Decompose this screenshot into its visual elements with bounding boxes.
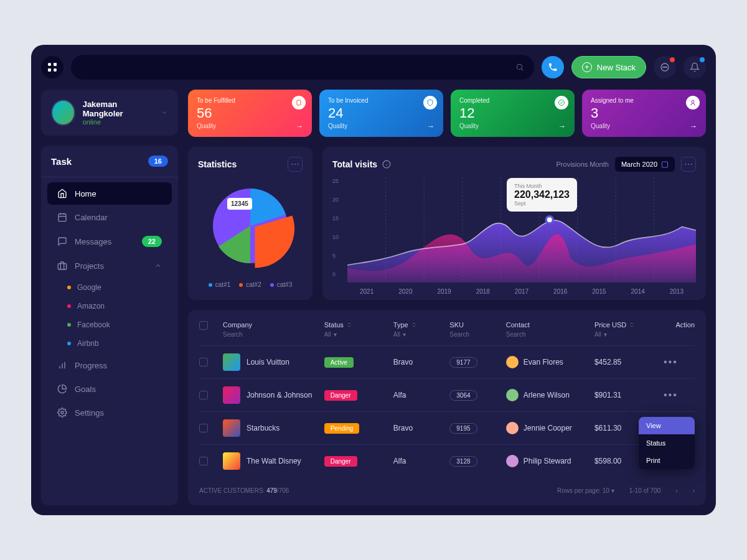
bar-chart-icon [57, 360, 67, 370]
company-cell: Starbucks [223, 419, 319, 437]
filter-status[interactable]: All ▾ [324, 331, 388, 338]
nav-title: Task [51, 156, 72, 167]
filter-contact[interactable]: Search [506, 331, 590, 338]
company-name: Johnson & Johnson [247, 391, 312, 399]
column-status[interactable]: Status [324, 321, 388, 329]
more-button[interactable]: ⋯ [288, 157, 303, 172]
sidebar-item-home[interactable]: Home [47, 182, 172, 205]
svg-point-4 [517, 64, 522, 69]
company-cell: Johnson & Johnson [223, 386, 319, 404]
svg-line-5 [521, 68, 523, 70]
column-type[interactable]: Type [393, 321, 445, 329]
pie-chart: 12345 [204, 179, 297, 273]
sub-item-google[interactable]: Google [67, 278, 178, 297]
active-customers-label: ACTIVE CUSTOMERS: 479/706 [199, 487, 289, 494]
app-container: + New Stack Jakeman Mangkoler online [31, 45, 716, 515]
table-header: Company Search Status All ▾ Type All ▾ S… [199, 321, 695, 345]
type-cell: Bravo [393, 424, 445, 432]
company-name: The Walt Disney [247, 457, 301, 465]
contact-avatar [506, 356, 519, 368]
pie-tooltip: 12345 [227, 198, 252, 210]
row-action-button[interactable]: ••• [664, 357, 695, 368]
company-thumb [223, 353, 240, 371]
metric-completed[interactable]: Completed 12 Quality → [451, 90, 575, 137]
sidebar-item-label: Home [75, 189, 96, 198]
metric-fulfilled[interactable]: To be Fulfilled 56 Quality → [188, 90, 312, 137]
contact-name: Jennie Cooper [524, 424, 572, 432]
svg-point-8 [664, 67, 665, 67]
menu-item-view[interactable]: View [639, 417, 695, 434]
prev-page-button[interactable]: ‹ [675, 487, 677, 494]
search-input[interactable] [71, 55, 534, 80]
filter-sku[interactable]: Search [449, 331, 501, 338]
sidebar-item-calendar[interactable]: Calendar [47, 206, 172, 228]
user-icon [686, 96, 700, 110]
profile-name: Jakeman Mangkoler [83, 100, 153, 118]
sidebar-item-label: Calendar [75, 213, 108, 222]
contact-avatar [506, 389, 519, 401]
filter-type[interactable]: All ▾ [393, 331, 445, 338]
metric-invoiced[interactable]: To be Invoiced 24 Quality → [319, 90, 443, 137]
info-icon[interactable] [382, 160, 391, 169]
column-price[interactable]: Price USD [594, 321, 659, 329]
row-checkbox[interactable] [199, 424, 208, 432]
sidebar-item-goals[interactable]: Goals [47, 378, 172, 400]
message-icon [57, 236, 67, 246]
row-action-button[interactable]: ••• [664, 390, 695, 401]
x-axis: 2021 2020 2019 2018 2017 2016 2015 2014 … [347, 288, 696, 295]
menu-item-print[interactable]: Print [639, 452, 695, 469]
row-checkbox[interactable] [199, 391, 208, 399]
phone-button[interactable] [542, 56, 564, 78]
sidebar-item-settings[interactable]: Settings [47, 401, 172, 424]
column-sku[interactable]: SKU [449, 321, 501, 329]
select-all-checkbox[interactable] [199, 321, 208, 330]
chat-button[interactable] [654, 56, 676, 78]
column-contact[interactable]: Contact [506, 321, 590, 329]
type-cell: Alfa [393, 391, 445, 399]
svg-rect-1 [54, 63, 57, 66]
sidebar-item-progress[interactable]: Progress [47, 354, 172, 376]
visits-card: Total visits Provisions Month March 2020… [322, 147, 706, 300]
sub-item-amazon[interactable]: Amazon [67, 297, 178, 315]
svg-point-7 [663, 67, 664, 67]
search-icon [515, 63, 524, 72]
filter-company[interactable]: Search [223, 331, 319, 338]
column-action: Action [664, 321, 695, 329]
sub-item-facebook[interactable]: Facebook [67, 315, 178, 334]
company-cell: The Walt Disney [223, 452, 319, 470]
app-logo-icon[interactable] [41, 56, 63, 78]
plus-icon: + [582, 62, 592, 72]
metric-assigned[interactable]: Assigned to me 3 Quality → [582, 90, 706, 137]
sidebar-item-label: Messages [75, 237, 111, 246]
more-button[interactable]: ⋯ [681, 157, 696, 172]
arrow-right-icon: → [558, 122, 566, 131]
y-axis: 25 20 15 10 5 0 [332, 178, 339, 278]
new-stack-button[interactable]: + New Stack [571, 56, 646, 78]
sidebar-item-messages[interactable]: Messages 22 [47, 230, 172, 253]
profile-card[interactable]: Jakeman Mangkoler online [41, 90, 178, 136]
contact-cell: Jennie Cooper [506, 422, 590, 434]
sidebar-item-projects[interactable]: Projects [47, 254, 172, 277]
price-cell: $901.31 [594, 391, 659, 399]
nav-header: Task 16 [41, 156, 178, 177]
row-checkbox[interactable] [199, 457, 208, 465]
sku-badge: 3064 [449, 390, 477, 401]
menu-item-status[interactable]: Status [639, 434, 695, 452]
notifications-button[interactable] [684, 56, 706, 78]
sku-badge: 3128 [449, 456, 477, 467]
column-company[interactable]: Company [223, 321, 319, 329]
contact-name: Evan Flores [524, 358, 563, 366]
visits-title: Total visits [332, 159, 377, 169]
rows-per-page[interactable]: Rows per page: 10 ▾ [557, 487, 614, 494]
next-page-button[interactable]: › [693, 487, 695, 494]
company-thumb [223, 452, 240, 470]
svg-rect-3 [54, 68, 57, 72]
sub-item-airbnb[interactable]: Airbnb [67, 334, 178, 353]
row-checkbox[interactable] [199, 358, 208, 366]
dot-icon [67, 323, 71, 327]
dot-icon [67, 342, 71, 345]
company-thumb [223, 386, 240, 404]
filter-price[interactable]: All ▾ [594, 331, 659, 338]
month-select[interactable]: March 2020 [615, 157, 675, 172]
shield-icon [423, 96, 437, 110]
